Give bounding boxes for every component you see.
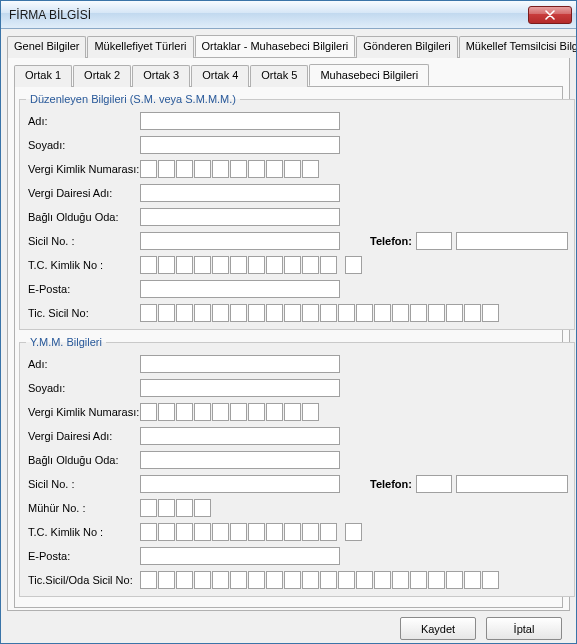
- digit-cell[interactable]: [248, 403, 265, 421]
- tab-ortak4[interactable]: Ortak 4: [191, 65, 249, 87]
- digit-cell[interactable]: [248, 304, 265, 322]
- eposta-input-1[interactable]: [140, 280, 340, 298]
- digit-cell[interactable]: [140, 304, 157, 322]
- digit-cell[interactable]: [482, 571, 499, 589]
- digit-cell[interactable]: [356, 304, 373, 322]
- digit-cell[interactable]: [158, 499, 175, 517]
- digit-cell[interactable]: [158, 523, 175, 541]
- tab-ortak1[interactable]: Ortak 1: [14, 65, 72, 87]
- digit-cell[interactable]: [158, 304, 175, 322]
- digit-cell[interactable]: [266, 571, 283, 589]
- digit-cell[interactable]: [176, 499, 193, 517]
- digit-cell[interactable]: [302, 403, 319, 421]
- save-button[interactable]: Kaydet: [400, 617, 476, 640]
- tab-muhasebeci-bilgileri[interactable]: Muhasebeci Bilgileri: [309, 64, 429, 86]
- soyadi-input-2[interactable]: [140, 379, 340, 397]
- soyadi-input-1[interactable]: [140, 136, 340, 154]
- digit-cell[interactable]: [248, 160, 265, 178]
- digit-cell[interactable]: [194, 523, 211, 541]
- digit-cell[interactable]: [374, 571, 391, 589]
- digit-cell[interactable]: [284, 160, 301, 178]
- digit-cell[interactable]: [446, 304, 463, 322]
- digit-cell[interactable]: [194, 571, 211, 589]
- digit-cell[interactable]: [140, 571, 157, 589]
- digit-cell[interactable]: [230, 256, 247, 274]
- digit-cell[interactable]: [212, 304, 229, 322]
- tab-ortak3[interactable]: Ortak 3: [132, 65, 190, 87]
- eposta-input-2[interactable]: [140, 547, 340, 565]
- digit-cell[interactable]: [464, 304, 481, 322]
- digit-cell[interactable]: [284, 304, 301, 322]
- digit-cell[interactable]: [212, 256, 229, 274]
- digit-cell[interactable]: [410, 304, 427, 322]
- digit-cell[interactable]: [194, 256, 211, 274]
- digit-cell[interactable]: [176, 256, 193, 274]
- digit-cell[interactable]: [176, 304, 193, 322]
- adi-input-2[interactable]: [140, 355, 340, 373]
- vdaire-input-1[interactable]: [140, 184, 340, 202]
- digit-cell[interactable]: [158, 403, 175, 421]
- digit-cell[interactable]: [230, 160, 247, 178]
- digit-cell[interactable]: [194, 304, 211, 322]
- digit-cell[interactable]: [338, 304, 355, 322]
- digit-cell[interactable]: [194, 160, 211, 178]
- digit-cell[interactable]: [266, 256, 283, 274]
- digit-cell[interactable]: [302, 304, 319, 322]
- digit-cell[interactable]: [338, 571, 355, 589]
- digit-cell[interactable]: [230, 523, 247, 541]
- digit-cell[interactable]: [176, 160, 193, 178]
- cancel-button[interactable]: İptal: [486, 617, 562, 640]
- digit-cell[interactable]: [320, 571, 337, 589]
- sicil-input-2[interactable]: [140, 475, 340, 493]
- digit-cell[interactable]: [302, 571, 319, 589]
- vdaire-input-2[interactable]: [140, 427, 340, 445]
- digit-cell[interactable]: [374, 304, 391, 322]
- digit-cell[interactable]: [248, 256, 265, 274]
- digit-cell[interactable]: [212, 571, 229, 589]
- digit-cell[interactable]: [266, 160, 283, 178]
- digit-cell[interactable]: [248, 571, 265, 589]
- digit-cell[interactable]: [392, 304, 409, 322]
- digit-cell[interactable]: [302, 256, 319, 274]
- tab-genel-bilgiler[interactable]: Genel Bilgiler: [7, 36, 86, 58]
- digit-cell[interactable]: [230, 304, 247, 322]
- digit-cell[interactable]: [284, 256, 301, 274]
- digit-cell[interactable]: [302, 160, 319, 178]
- digit-cell[interactable]: [176, 571, 193, 589]
- digit-cell[interactable]: [320, 304, 337, 322]
- digit-cell[interactable]: [158, 256, 175, 274]
- tab-ortaklar-muhasebeci[interactable]: Ortaklar - Muhasebeci Bilgileri: [195, 35, 356, 57]
- telefon-area-input-2[interactable]: [416, 475, 452, 493]
- digit-cell[interactable]: [482, 304, 499, 322]
- digit-cell[interactable]: [410, 571, 427, 589]
- digit-cell[interactable]: [158, 571, 175, 589]
- digit-cell[interactable]: [320, 256, 337, 274]
- digit-cell[interactable]: [158, 160, 175, 178]
- digit-cell[interactable]: [446, 571, 463, 589]
- digit-cell[interactable]: [266, 523, 283, 541]
- digit-cell[interactable]: [230, 403, 247, 421]
- digit-cell[interactable]: [345, 523, 362, 541]
- tab-ortak5[interactable]: Ortak 5: [250, 65, 308, 87]
- oda-input-2[interactable]: [140, 451, 340, 469]
- digit-cell[interactable]: [140, 160, 157, 178]
- digit-cell[interactable]: [428, 571, 445, 589]
- digit-cell[interactable]: [140, 523, 157, 541]
- digit-cell[interactable]: [266, 403, 283, 421]
- digit-cell[interactable]: [284, 403, 301, 421]
- digit-cell[interactable]: [194, 499, 211, 517]
- digit-cell[interactable]: [266, 304, 283, 322]
- digit-cell[interactable]: [356, 571, 373, 589]
- telefon-num-input-2[interactable]: [456, 475, 568, 493]
- tab-mukellef-temsilcisi[interactable]: Mükellef Temsilcisi Bilgileri: [459, 36, 576, 58]
- digit-cell[interactable]: [284, 571, 301, 589]
- digit-cell[interactable]: [302, 523, 319, 541]
- digit-cell[interactable]: [140, 256, 157, 274]
- digit-cell[interactable]: [320, 523, 337, 541]
- digit-cell[interactable]: [345, 256, 362, 274]
- sicil-input-1[interactable]: [140, 232, 340, 250]
- digit-cell[interactable]: [212, 523, 229, 541]
- telefon-area-input-1[interactable]: [416, 232, 452, 250]
- oda-input-1[interactable]: [140, 208, 340, 226]
- adi-input-1[interactable]: [140, 112, 340, 130]
